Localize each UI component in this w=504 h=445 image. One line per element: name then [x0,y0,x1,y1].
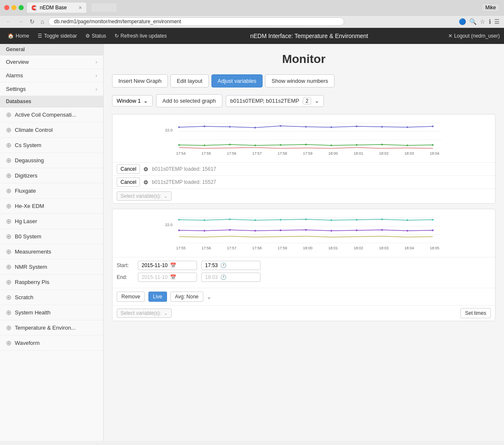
menu-icon[interactable]: ☰ [494,18,500,25]
start-label: Start: [117,262,134,268]
app-layout: General Overview › Alarms › Settings › D… [0,44,504,441]
app-header: 🏠 Home ☰ Toggle sidebar ⚙ Status ↻ Refre… [0,28,504,44]
sidebar-item-label: Raspberry Pis [15,279,49,285]
sidebar-item-label: Hg Laser [15,218,37,224]
logout-button[interactable]: ✕ Logout (nedm_user) [448,33,500,39]
sidebar-item-alarms[interactable]: Alarms › [0,69,103,82]
close-window-button[interactable] [4,5,9,10]
svg-point-16 [204,145,205,146]
remove-button[interactable]: Remove [117,292,145,302]
minimize-window-button[interactable] [11,5,16,10]
sidebar-item-digitizers[interactable]: ⊕ Digitizers [0,168,103,183]
svg-point-60 [381,229,383,231]
sidebar-item-label: Active Coil Compensati... [15,112,76,118]
graph-panel-2: 22.0 [112,209,496,321]
back-button[interactable]: ← [4,17,14,26]
end-date-input[interactable]: 2015-11-10 📅 [138,273,197,282]
time-section: Start: 2015-11-10 📅 17:53 🕐 End: 2015-11… [112,257,495,288]
sidebar-item-overview[interactable]: Overview › [0,55,103,69]
expand-icon: ⊕ [6,232,11,240]
select-variables-dropdown-2[interactable]: Select variable(s): ⌄ [117,308,172,318]
url-bar[interactable]: db.nedm1/page/monitor/nedm/temperature_e… [48,17,344,26]
live-button[interactable]: Live [148,292,167,302]
sidebar-item-label: Digitizers [15,172,37,179]
graph-panel-1: 22.0 [112,114,496,204]
sidebar-item-he-xe-edm[interactable]: ⊕ He-Xe EDM [0,199,103,214]
home-button[interactable]: 🏠 Home [4,31,33,41]
sidebar-item-system-health[interactable]: ⊕ System Health [0,305,103,320]
sidebar-item-fluxgate[interactable]: ⊕ Fluxgate [0,183,103,199]
search-icon[interactable]: 🔍 [469,18,477,25]
add-to-selected-graph-button[interactable]: Add to selected graph [156,94,222,107]
sidebar-item-waveform[interactable]: ⊕ Waveform [0,336,103,351]
sidebar-item-settings[interactable]: Settings › [0,82,103,96]
tab-close-button[interactable]: × [79,4,82,11]
extension-icon: 🔵 [459,18,466,25]
svg-point-21 [331,145,332,146]
avg-button[interactable]: Avg: None [170,292,203,302]
svg-text:17:59: 17:59 [278,246,288,250]
svg-text:18:01: 18:01 [329,246,338,250]
sidebar-item-measurements[interactable]: ⊕ Measurements [0,244,103,259]
end-time-input[interactable]: 18:03 🕐 [201,273,260,282]
window-controls[interactable] [4,5,24,10]
svg-point-41 [178,219,180,221]
svg-point-59 [356,229,358,231]
svg-text:18:05: 18:05 [430,246,440,250]
sidebar-item-climate-control[interactable]: ⊕ Climate Control [0,123,103,138]
svg-point-5 [204,126,205,127]
svg-text:18:03: 18:03 [379,246,389,250]
forward-button[interactable]: → [16,17,25,26]
home-button[interactable]: ⌂ [39,17,46,26]
toggle-sidebar-button[interactable]: ☰ Toggle sidebar [34,31,80,41]
svg-text:17:56: 17:56 [202,246,211,250]
sidebar-item-raspberry-pis[interactable]: ⊕ Raspberry Pis [0,275,103,290]
cancel-button-1[interactable]: Cancel [117,164,140,174]
calendar-icon: 📅 [170,262,176,268]
loading-icon-1: ⚙ [143,166,148,172]
tab-title: nEDM Base [40,5,67,11]
sidebar-item-label: Overview [6,59,29,65]
select-variables-dropdown-1[interactable]: Select variable(s): ⌄ [117,191,172,201]
variables-display: b011s0TEMP, b011s2TEMP 2 ⌄ [226,95,324,107]
sidebar-item-hg-laser[interactable]: ⊕ Hg Laser [0,214,103,229]
status-button[interactable]: ⚙ Status [82,31,110,41]
browser-tab[interactable]: 🧲 nEDM Base × [27,3,86,13]
svg-text:17:55: 17:55 [176,246,186,250]
bookmark-icon[interactable]: ☆ [480,18,485,25]
svg-point-58 [331,230,332,232]
svg-point-56 [280,229,282,231]
sidebar-item-temperature-environ[interactable]: ⊕ Temperature & Environ... [0,320,103,336]
sidebar-item-label: Temperature & Environ... [15,325,76,331]
show-window-numbers-button[interactable]: Show window numbers [265,74,334,87]
start-date-input[interactable]: 2015-11-10 📅 [138,261,197,270]
sidebar-item-active-coil[interactable]: ⊕ Active Coil Compensati... [0,107,103,123]
sidebar-item-scratch[interactable]: ⊕ Scratch [0,290,103,305]
edit-layout-button[interactable]: Edit layout [170,74,209,87]
maximize-window-button[interactable] [19,5,24,10]
start-time-row: Start: 2015-11-10 📅 17:53 🕐 [117,261,491,270]
refresh-button[interactable]: ↻ Refresh live updates [111,31,170,41]
adjust-variables-button[interactable]: Adjust variables [211,74,263,87]
svg-point-51 [432,219,434,221]
start-time-input[interactable]: 17:53 🕐 [201,261,260,270]
chevron-down-icon[interactable]: ⌄ [315,98,319,104]
insert-new-graph-button[interactable]: Insert New Graph [112,74,168,87]
cancel-button-2[interactable]: Cancel [117,177,140,187]
expand-icon: ⊕ [6,263,11,271]
svg-point-19 [280,144,282,146]
window-selector[interactable]: Window 1 ⌄ [112,95,153,106]
set-times-button[interactable]: Set times [460,308,491,318]
graph-area-1: 22.0 [112,115,495,162]
svg-point-9 [305,126,307,128]
sidebar-item-nmr-system[interactable]: ⊕ NMR System [0,259,103,275]
reload-button[interactable]: ↻ [28,17,36,26]
sidebar-item-cs-system[interactable]: ⊕ Cs System [0,138,103,153]
select-variables-row-1: Select variable(s): ⌄ [112,188,495,203]
sidebar-item-degaussing[interactable]: ⊕ Degaussing [0,153,103,168]
svg-text:18:00: 18:00 [329,151,338,156]
end-date-value: 2015-11-10 [142,274,167,280]
sidebar-item-b0-system[interactable]: ⊕ B0 System [0,229,103,244]
sidebar-databases-header: Databases [0,96,103,107]
svg-point-23 [381,144,383,145]
